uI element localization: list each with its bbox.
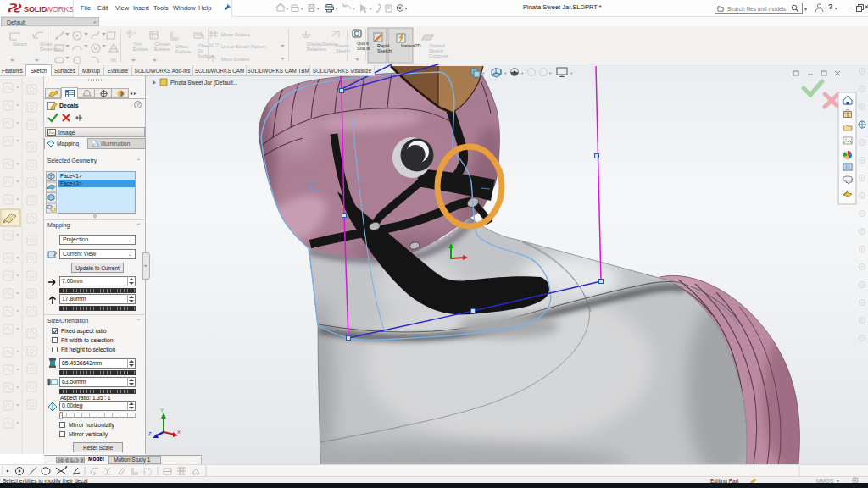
svg-text:▾: ▾ xyxy=(336,7,338,11)
svg-text:▾: ▾ xyxy=(549,71,552,75)
svg-text:▾: ▾ xyxy=(521,71,524,75)
svg-text:▾: ▾ xyxy=(504,71,507,75)
svg-text:▾: ▾ xyxy=(287,7,289,11)
svg-text:X: X xyxy=(177,430,181,435)
svg-text:WORKS: WORKS xyxy=(46,5,74,14)
svg-text:▾: ▾ xyxy=(317,7,320,11)
svg-text:Z: Z xyxy=(148,431,152,436)
svg-text:Pinata Sweet Jar (Default...: Pinata Sweet Jar (Default... xyxy=(170,80,237,86)
svg-text:▾: ▾ xyxy=(301,7,303,11)
svg-text:▾: ▾ xyxy=(370,7,372,11)
svg-text:▾: ▾ xyxy=(482,71,485,75)
svg-text:▾: ▾ xyxy=(353,7,355,11)
svg-text:Y: Y xyxy=(160,408,164,413)
svg-text:SOLID: SOLID xyxy=(24,5,47,14)
svg-text:▾: ▾ xyxy=(405,7,408,11)
svg-text:▾: ▾ xyxy=(570,71,573,75)
